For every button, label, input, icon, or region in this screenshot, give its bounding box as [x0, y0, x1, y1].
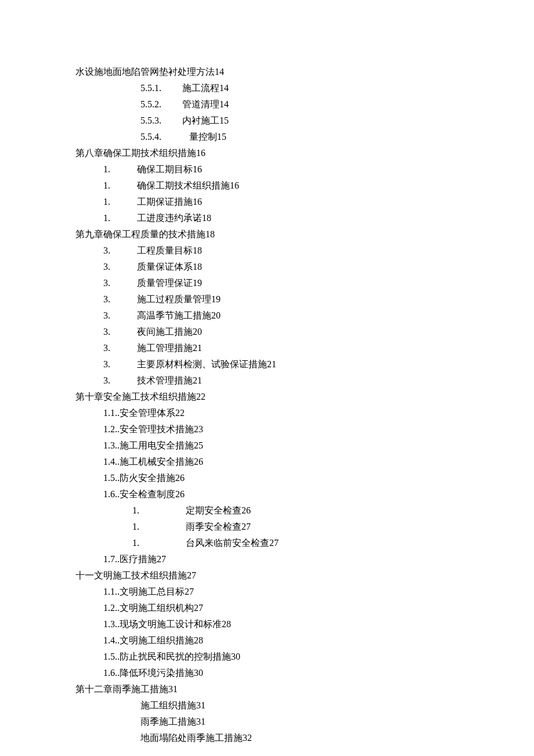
toc-entry: 1.7..医疗措施27: [75, 551, 459, 567]
toc-entry: 1.6..降低环境污染措施30: [75, 665, 459, 681]
toc-chapter: 第八章确保工期技术组织措施16: [75, 145, 459, 161]
toc-text: 确保工期目标16: [137, 164, 202, 174]
toc-entry: 1.1..文明施工总目标27: [75, 584, 459, 600]
toc-text: 定期安全检查26: [186, 505, 251, 515]
toc-entry: 3.施工管理措施21: [75, 340, 459, 356]
toc-entry: 3.高温季节施工措施20: [75, 308, 459, 324]
toc-text: 内衬施工15: [182, 115, 229, 125]
toc-number: 1.: [103, 210, 137, 226]
toc-entry: 1.定期安全检查26: [75, 502, 459, 519]
toc-text: 技术管理措施21: [137, 375, 202, 385]
toc-number: 5.5.3.: [140, 113, 182, 129]
toc-number: 3.: [103, 291, 137, 308]
toc-number: 3.: [103, 308, 137, 324]
toc-number: 1.: [132, 535, 186, 551]
toc-entry: 5.5.1.施工流程14: [75, 80, 459, 96]
toc-number: 5.5.2.: [140, 96, 182, 113]
toc-entry: 3.技术管理措施21: [75, 372, 459, 389]
toc-number: 1.: [103, 161, 137, 178]
toc-text: 质量保证体系18: [137, 262, 202, 272]
toc-number: 3.: [103, 356, 137, 372]
toc-entry: 5.5.2.管道清理14: [75, 96, 459, 113]
toc-chapter: 第九章确保工程质量的技术措施18: [75, 226, 459, 243]
toc-text: 工程质量目标18: [137, 245, 202, 255]
toc-number: 3.: [103, 324, 137, 340]
toc-entry: 雨季施工措施31: [75, 714, 459, 730]
toc-text: 量控制15: [182, 132, 226, 142]
toc-entry: 1.5..防火安全措施26: [75, 470, 459, 486]
toc-text: 确保工期技术组织措施16: [137, 180, 239, 190]
toc-text: 施工过程质量管理19: [137, 294, 221, 304]
toc-chapter: 十一文明施工技术组织措施27: [75, 567, 459, 584]
toc-number: 3.: [103, 275, 137, 291]
toc-entry: 1.雨季安全检查27: [75, 519, 459, 535]
toc-entry: 1.确保工期目标16: [75, 161, 459, 178]
toc-number: 5.5.4.: [140, 129, 182, 145]
toc-text: 工进度违约承诺18: [137, 213, 211, 223]
toc-text: 台风来临前安全检查27: [186, 538, 279, 548]
toc-entry: 1.3..现场文明施工设计和标准28: [75, 616, 459, 632]
toc-chapter: 第十二章雨季施工措施31: [75, 681, 459, 697]
toc-entry: 1.6..安全检查制度26: [75, 486, 459, 502]
toc-chapter: 第十章安全施工技术组织措施22: [75, 389, 459, 405]
toc-number: 1.: [103, 178, 137, 194]
toc-text: 质量管理保证19: [137, 278, 202, 288]
toc-number: 1.: [132, 502, 186, 519]
toc-text: 管道清理14: [182, 99, 229, 109]
toc-entry: 5.5.3.内衬施工15: [75, 113, 459, 129]
toc-entry: 3.夜间施工措施20: [75, 324, 459, 340]
toc-entry: 1.台风来临前安全检查27: [75, 535, 459, 551]
toc-number: 5.5.1.: [140, 80, 182, 96]
toc-entry: 1.3..施工用电安全措施25: [75, 437, 459, 454]
toc-text: 雨季安全检查27: [186, 522, 251, 531]
toc-entry: 1.工进度违约承诺18: [75, 210, 459, 226]
toc-text: 施工流程14: [182, 83, 229, 93]
toc-entry: 施工组织措施31: [75, 697, 459, 714]
toc-text: 夜间施工措施20: [137, 327, 202, 337]
toc-number: 3.: [103, 259, 137, 275]
toc-entry: 水设施地面地陷管网垫衬处理方法14: [75, 64, 459, 80]
toc-entry: 3.施工过程质量管理19: [75, 291, 459, 308]
toc-number: 1.: [132, 519, 186, 535]
toc-entry: 3.工程质量目标18: [75, 243, 459, 259]
toc-entry: 1.2..安全管理技术措施23: [75, 421, 459, 437]
toc-entry: 1.4..施工机械安全措施26: [75, 454, 459, 470]
toc-number: 3.: [103, 243, 137, 259]
toc-number: 3.: [103, 340, 137, 356]
toc-number: 3.: [103, 372, 137, 389]
toc-entry: 1.确保工期技术组织措施16: [75, 178, 459, 194]
toc-text: 工期保证措施16: [137, 197, 202, 207]
toc-entry: 1.4..文明施工组织措施28: [75, 632, 459, 649]
toc-entry: 地面塌陷处雨季施工措施32: [75, 730, 459, 746]
toc-text: 主要原材料检测、试验保证措施21: [137, 359, 276, 369]
toc-entry: 1.1..安全管理体系22: [75, 405, 459, 421]
toc-entry: 3.质量管理保证19: [75, 275, 459, 291]
toc-entry: 3.主要原材料检测、试验保证措施21: [75, 356, 459, 372]
toc-number: 1.: [103, 194, 137, 210]
toc-text: 高温季节施工措施20: [137, 310, 221, 320]
toc-entry: 1.工期保证措施16: [75, 194, 459, 210]
toc-text: 施工管理措施21: [137, 343, 202, 353]
toc-entry: 3.质量保证体系18: [75, 259, 459, 275]
toc-entry: 5.5.4. 量控制15: [75, 129, 459, 145]
toc-entry: 1.5..防止扰民和民扰的控制措施30: [75, 649, 459, 665]
toc-entry: 1.2..文明施工组织机构27: [75, 600, 459, 616]
